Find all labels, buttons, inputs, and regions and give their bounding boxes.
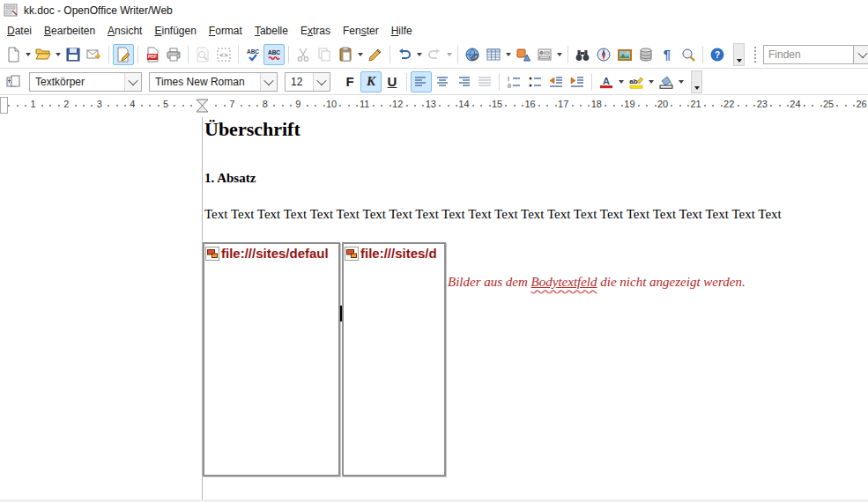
bold-button[interactable]: F [339, 71, 360, 92]
menu-einfuegen[interactable]: Einfügen [148, 22, 202, 40]
find-dropdown[interactable] [854, 45, 868, 64]
insert-table-button[interactable] [483, 44, 504, 65]
font-name-combo[interactable]: Times New Roman [149, 72, 278, 92]
highlighting-dropdown[interactable] [647, 71, 656, 92]
menu-datei[interactable]: Datei [1, 22, 38, 40]
background-color-button[interactable] [656, 71, 677, 92]
hyperlink-globe-icon [464, 47, 480, 63]
auto-spellcheck-button[interactable]: ABC [263, 44, 285, 65]
clone-formatting-button[interactable] [365, 44, 386, 65]
ruler-number: 15 [492, 99, 502, 109]
help-button[interactable]: ? [707, 44, 728, 65]
form-controls-button[interactable] [534, 44, 555, 65]
paintbrush-icon [367, 47, 383, 63]
formatting-toolbar: Textkörper Times New Roman 12 F K U III [0, 69, 868, 95]
image-frame-1[interactable]: file:///sites/defaul [203, 242, 340, 476]
ruler-tick [480, 105, 482, 107]
ruler-number: 24 [790, 99, 800, 109]
menu-tabelle[interactable]: Tabelle [249, 22, 294, 40]
italic-button[interactable]: K [360, 71, 382, 92]
save-button[interactable] [63, 44, 84, 65]
ruler-tick [753, 105, 755, 107]
paragraph-style-combo[interactable]: Textkörper [29, 72, 142, 92]
ruler-tick [721, 105, 723, 107]
horizontal-ruler[interactable]: 1234578910111213141516171819202122232425… [0, 95, 868, 116]
hyperlink-button[interactable] [462, 44, 483, 65]
ruler-origin-box[interactable] [0, 97, 8, 114]
ruler-tick [820, 105, 822, 107]
ruler-tick [613, 105, 615, 107]
printer-icon [166, 47, 182, 63]
menu-format[interactable]: Format [203, 22, 249, 40]
align-center-button[interactable] [432, 71, 453, 92]
find-replace-button[interactable] [572, 44, 593, 65]
undo-button[interactable] [394, 44, 415, 65]
open-button[interactable] [33, 44, 54, 65]
paste-button[interactable] [335, 44, 356, 65]
html-source-button[interactable]: <> [213, 44, 234, 65]
toolbar-grip[interactable] [753, 46, 758, 63]
chevron-down-icon [263, 75, 273, 85]
zoom-button[interactable] [678, 44, 699, 65]
menu-hilfe[interactable]: Hilfe [385, 22, 419, 40]
new-document-dropdown[interactable] [24, 44, 33, 65]
find-input[interactable] [763, 45, 854, 64]
document-page[interactable]: Überschrift 1. Absatz Text Text Text Tex… [0, 116, 868, 502]
form-controls-dropdown[interactable] [555, 44, 564, 65]
undo-dropdown[interactable] [415, 44, 424, 65]
export-pdf-button[interactable]: PDF [142, 44, 163, 65]
ruler-tick [538, 105, 540, 107]
font-size-combo[interactable]: 12 [285, 72, 330, 92]
font-size-dropdown[interactable] [313, 73, 330, 91]
bullet-list-button[interactable] [524, 71, 545, 92]
broken-image-icon [205, 247, 219, 261]
menu-extras[interactable]: Extras [294, 22, 337, 40]
decrease-indent-button[interactable] [545, 71, 567, 92]
ruler-tick [58, 105, 60, 107]
numbered-list-button[interactable]: III [503, 71, 524, 92]
formatting-marks-button[interactable]: ¶ [657, 44, 678, 65]
insert-table-dropdown[interactable] [504, 44, 513, 65]
toolbar-options-button[interactable] [691, 70, 702, 93]
highlighting-button[interactable]: ab [626, 71, 647, 92]
toolbar-separator [288, 46, 289, 63]
send-email-button[interactable] [84, 44, 105, 65]
font-name-dropdown[interactable] [260, 73, 277, 91]
navigator-button[interactable] [593, 44, 614, 65]
print-button[interactable] [163, 44, 184, 65]
ruler-tick [704, 105, 706, 107]
align-right-button[interactable] [453, 71, 474, 92]
align-center-icon [434, 74, 450, 90]
toolbar-separator [499, 73, 500, 91]
ruler-tick [638, 105, 640, 107]
increase-indent-button[interactable] [567, 71, 588, 92]
edit-file-button[interactable] [113, 44, 134, 65]
gallery-button[interactable] [614, 44, 635, 65]
menu-fenster[interactable]: Fenster [337, 22, 385, 40]
image-frame-2[interactable]: file:///sites/d [342, 242, 446, 476]
ruler-tick [182, 105, 184, 107]
image-frame-url: file:///sites/defaul [221, 246, 329, 261]
menu-bearbeiten[interactable]: Bearbeiten [38, 22, 101, 40]
menu-ansicht[interactable]: Ansicht [101, 22, 148, 40]
title-bar: kk.doc - OpenOffice Writer/Web [0, 0, 868, 20]
new-document-button[interactable] [3, 44, 24, 65]
background-color-dropdown[interactable] [677, 71, 686, 92]
ruler-tick [655, 105, 657, 107]
ruler-tick [174, 105, 175, 107]
indent-marker[interactable] [196, 99, 209, 113]
align-left-button[interactable] [411, 71, 432, 92]
font-color-button[interactable]: A [596, 71, 617, 92]
table-icon [486, 47, 501, 63]
underline-button[interactable]: U [382, 71, 403, 92]
data-sources-button[interactable] [635, 44, 657, 65]
font-color-dropdown[interactable] [617, 71, 626, 92]
open-dropdown[interactable] [54, 44, 63, 65]
paste-dropdown[interactable] [356, 44, 365, 65]
paragraph-style-dropdown[interactable] [124, 73, 141, 91]
draw-functions-button[interactable] [513, 44, 534, 65]
styles-button[interactable] [3, 71, 24, 92]
spellcheck-button[interactable]: ABC [242, 44, 263, 65]
form-controls-icon [537, 47, 553, 63]
toolbar-options-button[interactable] [733, 43, 745, 66]
